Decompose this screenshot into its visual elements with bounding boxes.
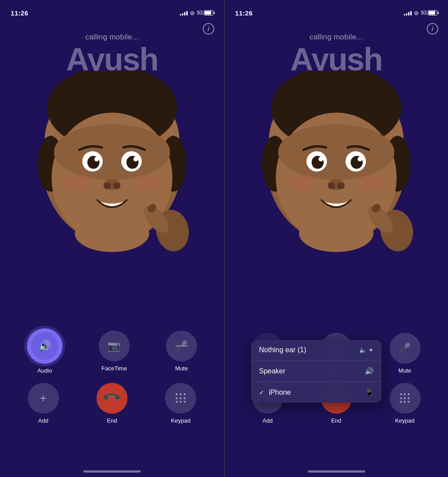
wifi-icon-right: ⊜	[414, 10, 419, 16]
popup-item-speaker[interactable]: Speaker 🔊	[251, 361, 382, 382]
controls-row1-left: 🔊 Audio 📷 FaceTime 🎤 Mute	[9, 328, 215, 374]
calling-label-left: calling mobile...	[0, 33, 224, 42]
calling-label-right: calling mobile...	[224, 33, 448, 42]
popup-label-nothing-ear: Nothing ear (1)	[259, 346, 306, 354]
wifi-icon-left: ⊜	[190, 10, 195, 16]
end-icon-left: 📞	[101, 388, 123, 409]
left-phone-screen: 11:26 ⊜ 93 i calling mobile... Ayush	[0, 0, 224, 477]
svg-point-34	[358, 157, 363, 162]
speaker-loud-icon: 🔊	[365, 367, 374, 375]
svg-point-14	[104, 183, 111, 189]
svg-point-28	[278, 124, 394, 180]
audio-popup: Nothing ear (1) 🔈 ✦ Speaker 🔊 ✓ iPhone 📱	[251, 340, 382, 403]
checkmark-icon: ✓	[259, 389, 264, 396]
end-label-left: End	[107, 417, 117, 424]
battery-icon-right: 93	[421, 10, 437, 16]
home-indicator-left	[83, 470, 141, 473]
speaker-icon: 🔈	[359, 346, 367, 354]
status-bar-right: 11:26 ⊜ 93	[224, 0, 448, 19]
svg-point-37	[337, 183, 345, 189]
mute-label-left: Mute	[175, 365, 188, 372]
controls-row2-left: + Add 📞 End	[9, 383, 215, 424]
memoji-area-right	[224, 71, 448, 257]
add-icon-left: +	[39, 391, 46, 405]
mute-icon-left: 🎤	[176, 340, 188, 352]
call-controls-left: 🔊 Audio 📷 FaceTime 🎤 Mute	[0, 328, 224, 433]
facetime-icon-left: 📷	[108, 340, 121, 352]
battery-icon-left: 93	[197, 10, 213, 16]
svg-point-11	[94, 157, 99, 162]
signal-icon-right	[404, 10, 412, 15]
svg-point-16	[64, 174, 90, 191]
end-label-right: End	[331, 417, 341, 424]
info-button-left[interactable]: i	[203, 23, 214, 35]
bluetooth-icon: ✦	[368, 346, 374, 354]
status-bar-left: 11:26 ⊜ 93	[0, 0, 224, 19]
keypad-icon-right	[400, 393, 410, 403]
add-button-left[interactable]: + Add	[28, 383, 59, 424]
status-time-left: 11:26	[11, 9, 28, 17]
status-icons-right: ⊜ 93	[404, 10, 437, 16]
svg-point-39	[358, 174, 384, 191]
svg-point-6	[54, 124, 170, 180]
keypad-label-right: Keypad	[395, 417, 414, 424]
svg-point-36	[328, 183, 336, 189]
keypad-button-left[interactable]: Keypad	[165, 383, 196, 424]
mute-icon-right: 🎤	[399, 342, 411, 354]
audio-icon-left: 🔊	[38, 340, 51, 352]
facetime-label-left: FaceTime	[101, 365, 127, 372]
svg-point-38	[288, 174, 314, 191]
add-label-left: Add	[38, 417, 48, 424]
keypad-button-right[interactable]: Keypad	[390, 383, 421, 424]
info-button-right[interactable]: i	[427, 23, 438, 35]
keypad-label-left: Keypad	[171, 417, 190, 424]
popup-label-iphone: iPhone	[269, 389, 291, 396]
mute-label-right: Mute	[398, 367, 411, 374]
audio-label-left: Audio	[37, 367, 52, 374]
mute-button-left[interactable]: 🎤 Mute	[166, 331, 197, 372]
keypad-icon-left	[176, 393, 185, 403]
popup-item-nothing-ear[interactable]: Nothing ear (1) 🔈 ✦	[251, 340, 382, 361]
memoji-area-left	[0, 71, 224, 257]
status-icons-left: ⊜ 93	[180, 10, 213, 16]
facetime-button-left[interactable]: 📷 FaceTime	[99, 331, 130, 372]
svg-point-33	[319, 157, 324, 162]
svg-point-40	[299, 215, 374, 252]
home-indicator-right	[308, 470, 365, 473]
svg-point-12	[133, 157, 138, 162]
end-button-left[interactable]: 📞 End	[97, 383, 127, 424]
right-phone-screen: 11:26 ⊜ 93 i calling mobile... Ayush	[224, 0, 448, 477]
phone-device-icon: 📱	[365, 388, 374, 396]
popup-label-speaker: Speaker	[259, 367, 286, 375]
svg-point-18	[75, 215, 149, 252]
svg-point-17	[134, 174, 160, 191]
memoji-svg-left	[0, 71, 224, 257]
signal-icon-left	[180, 10, 188, 15]
svg-point-15	[113, 183, 120, 189]
add-label-right: Add	[263, 417, 273, 424]
mute-button-right[interactable]: 🎤 Mute	[390, 333, 421, 374]
popup-item-iphone[interactable]: ✓ iPhone 📱	[251, 382, 382, 403]
memoji-svg-right	[224, 71, 448, 257]
status-time-right: 11:26	[235, 9, 253, 17]
audio-button-left[interactable]: 🔊 Audio	[27, 328, 62, 374]
